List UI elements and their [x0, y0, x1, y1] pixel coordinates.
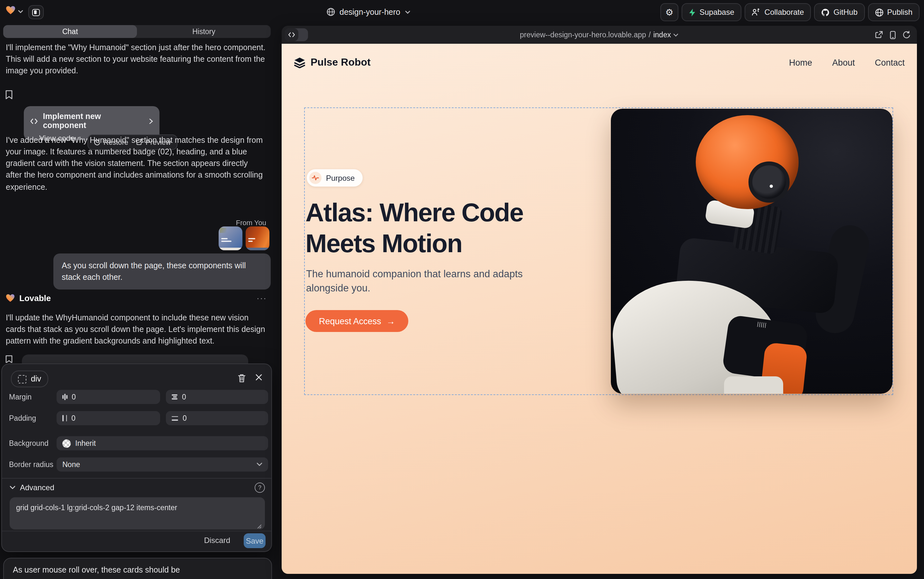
- attachment-thumbnail-orange[interactable]: [246, 226, 269, 250]
- hero-robot-image: [611, 109, 893, 394]
- close-icon[interactable]: [255, 374, 262, 381]
- chevron-right-icon: [149, 118, 153, 124]
- preview-url-selector[interactable]: preview--design-your-hero.lovable.app / …: [282, 26, 917, 44]
- chat-panel: Chat History I'll implement the "Why Hum…: [0, 24, 276, 579]
- assistant-header: Lovable ···: [6, 293, 267, 303]
- github-button[interactable]: GitHub: [815, 3, 865, 21]
- nav-contact[interactable]: Contact: [875, 57, 905, 67]
- site-canvas: Pulse Robot Home About Contact Purpose A…: [282, 44, 917, 574]
- chevron-down-icon[interactable]: [18, 10, 23, 13]
- preview-window: preview--design-your-hero.lovable.app / …: [282, 26, 917, 574]
- padding-y-input[interactable]: 0: [166, 411, 268, 425]
- globe-icon: [327, 8, 335, 16]
- sidebar-toggle-button[interactable]: [28, 5, 44, 19]
- chat-history-tabs: Chat History: [3, 25, 271, 38]
- pulse-icon: [312, 175, 319, 181]
- hero-heading: Atlas: Where Code Meets Motion: [305, 197, 588, 258]
- collaborate-button[interactable]: Collaborate: [744, 3, 811, 21]
- transparency-swatch-icon: [62, 439, 71, 447]
- chevron-down-icon: [10, 486, 15, 489]
- help-icon[interactable]: ?: [255, 483, 265, 493]
- layers-icon: [294, 57, 305, 68]
- github-icon: [821, 8, 830, 16]
- site-nav: Home About Contact: [789, 57, 905, 67]
- save-button[interactable]: Save: [244, 533, 266, 548]
- collaborate-icon: [752, 8, 761, 16]
- publish-button[interactable]: Publish: [868, 3, 919, 21]
- preview-toolbar: preview--design-your-hero.lovable.app / …: [282, 26, 917, 44]
- request-access-button[interactable]: Request Access →: [305, 310, 409, 332]
- padding-y-icon: [172, 416, 178, 420]
- element-outline-icon: [18, 375, 26, 383]
- lovable-heart-icon: [6, 294, 15, 303]
- padding-x-input[interactable]: 0: [57, 411, 160, 425]
- mobile-view-icon[interactable]: [890, 31, 896, 39]
- tab-history[interactable]: History: [137, 25, 271, 38]
- purpose-badge: Purpose: [307, 169, 362, 186]
- resize-handle-icon[interactable]: [256, 524, 262, 529]
- trash-icon[interactable]: [238, 374, 246, 383]
- open-in-new-icon[interactable]: [875, 31, 883, 39]
- border-radius-label: Border radius: [9, 461, 53, 468]
- supabase-icon: [689, 8, 696, 16]
- supabase-button[interactable]: Supabase: [682, 3, 741, 21]
- assistant-message: I'll implement the "Why Humanoid" sectio…: [6, 42, 266, 77]
- bookmark-icon: [5, 90, 13, 100]
- arrow-right-icon: →: [387, 316, 395, 326]
- margin-label: Margin: [9, 393, 31, 401]
- lovable-logo-menu[interactable]: [6, 6, 15, 15]
- robot-visor-dot: [770, 185, 773, 188]
- margin-y-input[interactable]: 0: [166, 390, 268, 404]
- more-options-icon[interactable]: ···: [256, 293, 267, 303]
- chevron-down-icon: [405, 10, 410, 14]
- component-card-title: Implement new component: [43, 112, 144, 130]
- chevron-down-icon: [256, 463, 262, 466]
- panel-left-icon: [32, 9, 40, 16]
- publish-globe-icon: [875, 8, 883, 16]
- border-radius-select[interactable]: None: [57, 457, 268, 471]
- from-you-label: From You: [236, 219, 266, 226]
- assistant-message: I'll update the WhyHumanoid component to…: [6, 312, 266, 347]
- preview-host: preview--design-your-hero.lovable.app: [520, 31, 646, 39]
- project-name: design-your-hero: [340, 7, 400, 16]
- advanced-classes-textarea[interactable]: grid grid-cols-1 lg:grid-cols-2 gap-12 i…: [10, 497, 265, 530]
- background-input[interactable]: Inherit: [57, 436, 268, 450]
- composer-input[interactable]: As user mouse roll over, these cards sho…: [13, 566, 180, 574]
- inspector-footer: Discard Save: [2, 531, 271, 551]
- assistant-name: Lovable: [19, 293, 51, 303]
- margin-x-input[interactable]: 0: [57, 390, 160, 404]
- tab-chat[interactable]: Chat: [3, 25, 137, 38]
- code-icon: [30, 118, 38, 124]
- bookmark-icon: [5, 355, 13, 363]
- refresh-icon[interactable]: [903, 31, 911, 39]
- padding-label: Padding: [9, 414, 36, 422]
- hero-subheading: The humanoid companion that learns and a…: [306, 267, 525, 296]
- lovable-heart-icon: [6, 6, 15, 15]
- nav-home[interactable]: Home: [789, 57, 812, 67]
- attachment-thumbnail-blue[interactable]: [219, 226, 242, 250]
- advanced-section-header[interactable]: Advanced ?: [10, 483, 265, 493]
- margin-y-icon: [172, 395, 178, 399]
- preview-page: index: [653, 31, 671, 39]
- background-label: Background: [9, 439, 49, 447]
- discard-button[interactable]: Discard: [204, 536, 230, 545]
- assistant-message: I've added a new "Why Humanoid" section …: [6, 134, 266, 193]
- app-topbar: design-your-hero ⚙ Supabase Collaborate: [0, 0, 924, 24]
- project-selector[interactable]: design-your-hero: [327, 0, 410, 24]
- divider: [2, 478, 271, 479]
- selected-element-chip: div: [11, 371, 48, 387]
- site-header: Pulse Robot Home About Contact: [294, 57, 905, 68]
- element-inspector-panel: div Margin 0 0 Padding: [1, 363, 272, 552]
- nav-about[interactable]: About: [832, 57, 855, 67]
- user-message-bubble: As you scroll down the page, these compo…: [53, 254, 271, 290]
- padding-x-icon: [62, 415, 67, 421]
- robot-shin: [724, 376, 783, 394]
- chat-composer[interactable]: As user mouse roll over, these cards sho…: [3, 558, 272, 579]
- margin-x-icon: [62, 394, 67, 400]
- element-tag: div: [31, 375, 41, 383]
- site-brand[interactable]: Pulse Robot: [294, 57, 371, 68]
- robot-visor: [748, 162, 790, 203]
- settings-button[interactable]: ⚙: [660, 3, 678, 21]
- gear-icon: ⚙: [665, 8, 673, 17]
- chevron-down-icon: [674, 33, 679, 36]
